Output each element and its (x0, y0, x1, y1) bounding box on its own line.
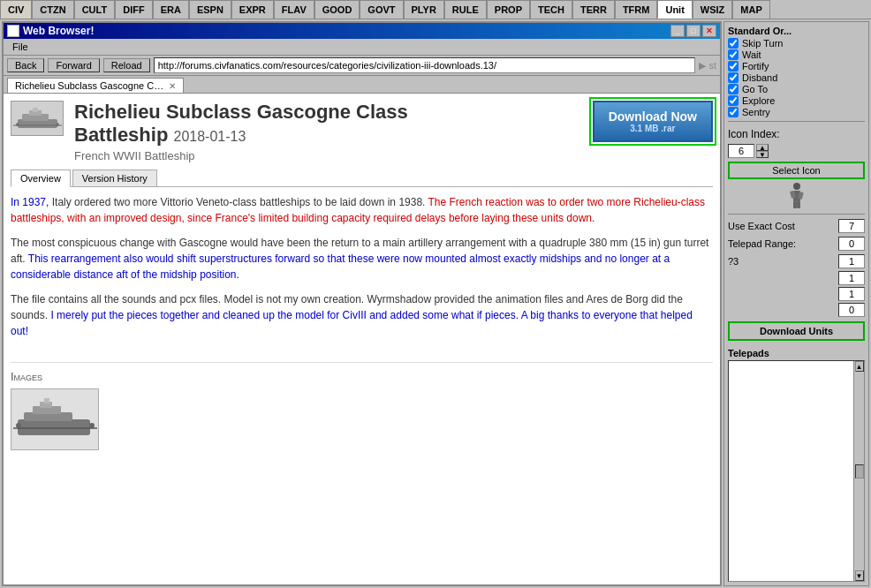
standard-orders-title: Standard Or... (728, 26, 865, 36)
nav-tab-tech[interactable]: TECH (530, 0, 572, 19)
wait-checkbox[interactable] (728, 49, 738, 60)
browser-menu: File (4, 39, 720, 56)
unnamed-input-2[interactable] (838, 287, 865, 301)
svg-rect-11 (44, 398, 49, 403)
nav-tab-flav[interactable]: FLAV (274, 0, 314, 19)
paragraph-3: The file contains all the sounds and pcx… (11, 291, 713, 339)
telepad-range-label: Telepad Range: (728, 238, 835, 249)
browser-window-controls: _ □ ✕ (670, 25, 716, 37)
explore-checkbox[interactable] (728, 95, 738, 106)
explore-label: Explore (742, 95, 775, 106)
nav-tab-tfrm[interactable]: TFRM (615, 0, 658, 19)
unnamed-input-3[interactable] (838, 303, 865, 317)
checkbox-fortify: Fortify (728, 61, 865, 72)
browser-panel: Web Browser! _ □ ✕ File Back Forward Rel… (2, 21, 722, 586)
right-panel: Standard Or... Skip Turn Wait Fortify Di… (723, 21, 869, 586)
telepad-range-row: Telepad Range: (728, 237, 865, 251)
svg-rect-13 (89, 423, 95, 428)
browser-toolbar: Back Forward Reload ▶ st (4, 56, 720, 76)
nav-tab-expr[interactable]: EXPR (231, 0, 274, 19)
nav-tab-espn[interactable]: ESPN (189, 0, 231, 19)
telepad-range-input[interactable] (838, 237, 865, 251)
content-area: In 1937, Italy ordered two more Vittorio… (11, 187, 713, 355)
browser-tab-civfanatics[interactable]: Richelieu Subclass Gascogne Class Battle… (7, 78, 184, 93)
use-exact-cost-row: Use Exact Cost (728, 219, 865, 233)
nav-tab-plyr[interactable]: PLYR (404, 0, 444, 19)
nav-tab-map[interactable]: MAP (732, 0, 769, 19)
address-bar[interactable] (154, 57, 696, 73)
icon-index-row: Icon Index: (728, 128, 865, 140)
nav-tab-govt[interactable]: GOVT (360, 0, 403, 19)
use-exact-cost-label: Use Exact Cost (728, 221, 835, 231)
tab-label: Richelieu Subclass Gascogne Class Battle… (15, 80, 165, 91)
disband-checkbox[interactable] (728, 72, 738, 83)
nav-tab-ctzn[interactable]: CTZN (32, 0, 73, 19)
icon-index-label: Icon Index: (728, 128, 780, 140)
nav-tab-diff[interactable]: DIFF (115, 0, 152, 19)
unnamed-input-1[interactable] (838, 271, 865, 285)
svg-point-15 (793, 183, 800, 190)
checkbox-go-to: Go To (728, 84, 865, 94)
row-q3-input[interactable] (838, 254, 865, 268)
telepads-scrollbox: ▲ ▼ (728, 360, 865, 582)
back-button[interactable]: Back (7, 58, 44, 72)
sentry-checkbox[interactable] (728, 107, 738, 117)
skip-turn-label: Skip Turn (742, 38, 783, 49)
checkbox-sentry: Sentry (728, 107, 865, 117)
svg-rect-3 (33, 108, 38, 112)
use-exact-cost-input[interactable] (838, 219, 865, 233)
file-menu[interactable]: File (7, 41, 34, 53)
browser-tab-bar: Richelieu Subclass Gascogne Class Battle… (4, 76, 720, 94)
wait-label: Wait (742, 49, 761, 60)
browser-titlebar-left: Web Browser! (7, 25, 94, 37)
download-now-button[interactable]: Download Now 3.1 MB .rar (593, 101, 713, 142)
close-button[interactable]: ✕ (702, 25, 716, 37)
tab-overview[interactable]: Overview (11, 170, 71, 187)
sentry-label: Sentry (742, 107, 770, 117)
svg-rect-12 (16, 423, 21, 428)
checkbox-explore: Explore (728, 95, 865, 106)
images-section-title: Images (11, 370, 713, 383)
scroll-up-button[interactable]: ▲ (855, 361, 864, 372)
nav-tab-good[interactable]: GOOD (314, 0, 360, 19)
fortify-checkbox[interactable] (728, 61, 738, 72)
go-to-label: Go To (742, 84, 768, 94)
go-to-checkbox[interactable] (728, 84, 738, 94)
fortify-label: Fortify (742, 61, 769, 72)
scroll-down-button[interactable]: ▼ (855, 570, 864, 581)
icon-index-input[interactable] (728, 144, 754, 158)
browser-window-icon (7, 25, 19, 37)
row-q3-label: ?3 (728, 256, 835, 267)
telepads-title: Telepads (728, 348, 865, 358)
go-indicator: ▶ st (699, 60, 716, 72)
download-units-button[interactable]: Download Units (728, 321, 865, 341)
select-icon-button[interactable]: Select Icon (728, 162, 865, 179)
page-header: Richelieu Subclass Gascogne Class Battle… (11, 101, 713, 162)
browser-content: Richelieu Subclass Gascogne Class Battle… (4, 94, 720, 584)
tab-version-history[interactable]: Version History (72, 170, 157, 186)
browser-title: Web Browser! (23, 25, 94, 37)
nav-tab-civ[interactable]: CIV (0, 0, 32, 19)
skip-turn-checkbox[interactable] (728, 38, 738, 49)
page-date: 2018-01-13 (173, 129, 246, 144)
icon-preview (784, 183, 810, 209)
scroll-thumb[interactable] (855, 464, 864, 479)
nav-tab-wsiz[interactable]: WSIZ (693, 0, 733, 19)
maximize-button[interactable]: □ (686, 25, 701, 37)
nav-tab-rule[interactable]: RULE (444, 0, 487, 19)
minimize-button[interactable]: _ (670, 25, 685, 37)
icon-index-down[interactable]: ▼ (756, 151, 769, 158)
svg-rect-20 (797, 201, 800, 208)
battleship-thumbnail (11, 101, 64, 136)
nav-tab-terr[interactable]: TERR (572, 0, 615, 19)
nav-tab-era[interactable]: ERA (153, 0, 189, 19)
reload-button[interactable]: Reload (103, 58, 150, 72)
nav-tab-cult[interactable]: CULT (74, 0, 116, 19)
forward-button[interactable]: Forward (48, 58, 99, 72)
nav-tab-unit[interactable]: Unit (657, 0, 692, 19)
page-title: Richelieu Subclass Gascogne Class Battle… (74, 101, 582, 147)
divider-2 (728, 214, 865, 215)
nav-tab-prop[interactable]: PROP (487, 0, 530, 19)
battleship-image (11, 388, 99, 450)
tab-close-icon[interactable]: ✕ (169, 81, 176, 91)
